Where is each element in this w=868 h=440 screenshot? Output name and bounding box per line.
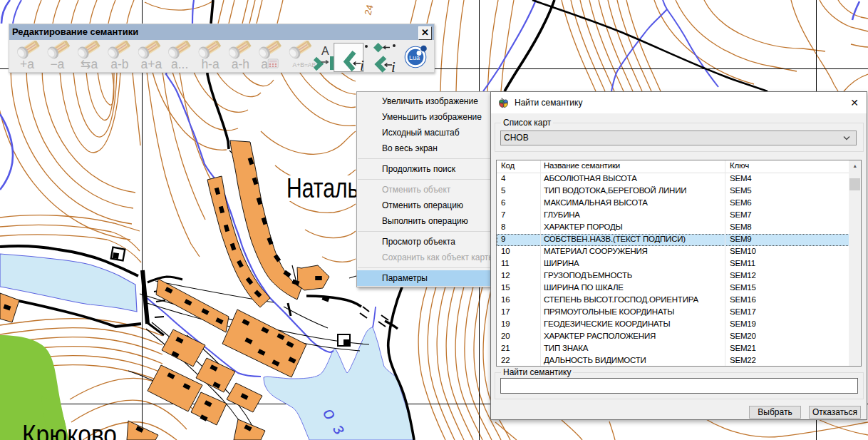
svg-text:a-b: a-b (110, 57, 128, 71)
svg-text:+a: +a (20, 57, 34, 71)
svg-text:A+B=AB: A+B=AB (293, 61, 316, 68)
svg-text:a...: a... (171, 57, 188, 71)
svg-text:h-a: h-a (201, 57, 219, 71)
svg-text:⇆a: ⇆a (81, 57, 98, 71)
svg-text:a+a: a+a (141, 57, 162, 71)
svg-text:−a: −a (50, 57, 64, 71)
svg-text:Lua: Lua (409, 54, 420, 61)
svg-text:a: a (261, 57, 268, 71)
svg-text:i: i (360, 57, 364, 73)
svg-text:A: A (321, 45, 329, 57)
svg-text:a-h: a-h (232, 57, 249, 71)
svg-text:24: 24 (362, 4, 375, 16)
svg-text:Крюково: Крюково (22, 420, 117, 440)
svg-text:i: i (391, 58, 396, 73)
